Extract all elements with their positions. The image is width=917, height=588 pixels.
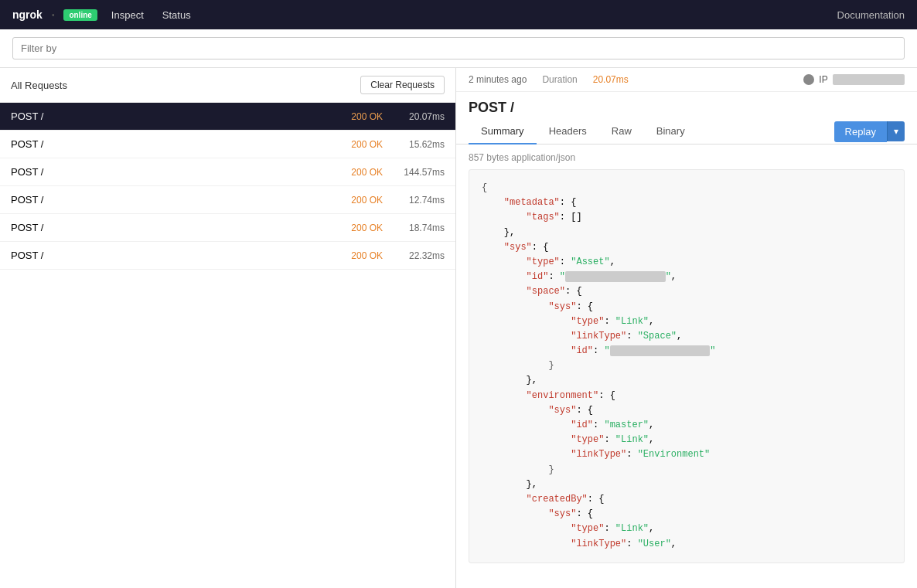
request-title: POST /: [456, 92, 917, 119]
request-row[interactable]: POST / 200 OK 15.62ms: [0, 131, 455, 158]
tabs-container: SummaryHeadersRawBinary: [469, 119, 834, 144]
tab-headers[interactable]: Headers: [537, 119, 599, 144]
request-row[interactable]: POST / 200 OK 18.74ms: [0, 214, 455, 242]
request-duration: 12.74ms: [398, 195, 445, 206]
request-status: 200 OK: [336, 223, 383, 233]
meta-ip: IP: [803, 74, 905, 85]
request-status: 200 OK: [336, 167, 383, 178]
filter-input[interactable]: [12, 37, 905, 59]
nav-dot: •: [52, 11, 55, 19]
request-row[interactable]: POST / 200 OK 12.74ms: [0, 186, 455, 214]
request-row[interactable]: POST / 200 OK 22.32ms: [0, 242, 455, 270]
request-duration: 22.32ms: [398, 250, 445, 261]
request-method: POST /: [11, 138, 336, 150]
request-status: 200 OK: [336, 139, 383, 150]
request-duration: 20.07ms: [398, 111, 445, 122]
main-layout: All Requests Clear Requests POST / 200 O…: [0, 68, 917, 588]
replay-button[interactable]: Replay: [834, 121, 887, 142]
tabs-bar: SummaryHeadersRawBinary Replay ▾: [456, 119, 917, 144]
request-duration: 144.57ms: [398, 167, 445, 178]
left-panel-header: All Requests Clear Requests: [0, 68, 455, 103]
json-block: { "metadata": { "tags": [] }, "sys": { "…: [469, 169, 905, 563]
tab-raw[interactable]: Raw: [599, 119, 644, 144]
user-icon: [803, 74, 814, 85]
ip-value: [833, 74, 905, 85]
tab-summary[interactable]: Summary: [469, 119, 537, 144]
request-method: POST /: [11, 166, 336, 178]
request-method: POST /: [11, 250, 336, 261]
meta-time: 2 minutes ago: [469, 74, 527, 85]
request-method: POST /: [11, 110, 336, 122]
request-meta: 2 minutes ago Duration 20.07ms IP: [456, 68, 917, 92]
request-status: 200 OK: [336, 250, 383, 261]
request-status: 200 OK: [336, 111, 383, 122]
replay-dropdown-button[interactable]: ▾: [887, 121, 905, 141]
inspect-link[interactable]: Inspect: [107, 9, 148, 21]
all-requests-title: All Requests: [11, 80, 67, 91]
right-panel: 2 minutes ago Duration 20.07ms IP POST /…: [456, 68, 917, 588]
docs-link[interactable]: Documentation: [837, 9, 905, 21]
navbar: ngrok • online Inspect Status Documentat…: [0, 0, 917, 29]
request-duration: 18.74ms: [398, 223, 445, 233]
tab-binary[interactable]: Binary: [644, 119, 697, 144]
meta-duration-label: Duration: [542, 74, 577, 85]
request-method: POST /: [11, 222, 336, 233]
requests-list: POST / 200 OK 20.07ms POST / 200 OK 15.6…: [0, 103, 455, 588]
request-row[interactable]: POST / 200 OK 20.07ms: [0, 103, 455, 131]
status-badge: online: [63, 9, 97, 21]
left-panel: All Requests Clear Requests POST / 200 O…: [0, 68, 456, 588]
meta-duration-value: 20.07ms: [593, 74, 629, 85]
request-duration: 15.62ms: [398, 139, 445, 150]
ip-label: IP: [819, 74, 827, 85]
request-status: 200 OK: [336, 195, 383, 206]
clear-requests-button[interactable]: Clear Requests: [360, 76, 445, 94]
replay-btn-group: Replay ▾: [834, 121, 905, 142]
filter-bar: [0, 29, 917, 68]
request-method: POST /: [11, 194, 336, 206]
brand-name: ngrok: [12, 8, 43, 21]
request-row[interactable]: POST / 200 OK 144.57ms: [0, 158, 455, 186]
content-meta: 857 bytes application/json: [469, 152, 905, 163]
status-link[interactable]: Status: [158, 9, 196, 21]
content-area: 857 bytes application/json { "metadata":…: [456, 144, 917, 588]
